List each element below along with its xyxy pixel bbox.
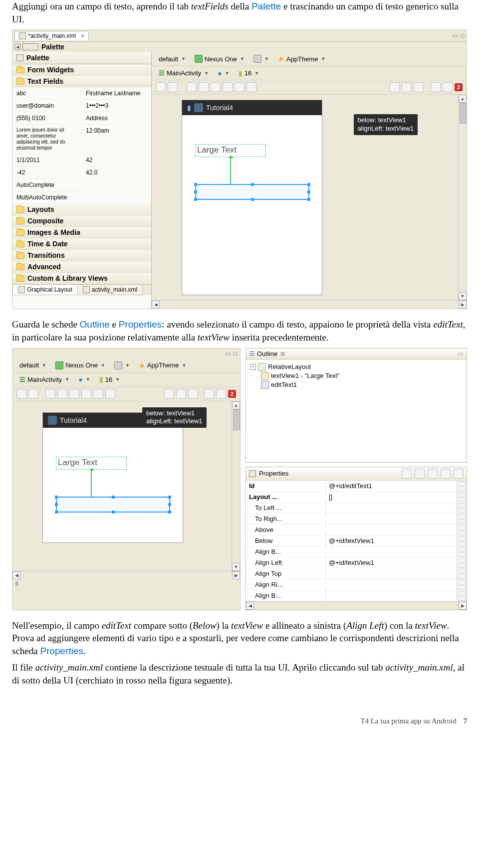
tf-multiline[interactable]: Lorem ipsum dolor sit amet, consectetur … xyxy=(12,125,82,154)
config-activity[interactable]: ☰MainActivity▼ xyxy=(156,68,212,78)
close-icon[interactable]: × xyxy=(81,32,84,39)
prop-edit-button[interactable]: ... xyxy=(457,503,466,513)
zoom-in-button[interactable] xyxy=(188,389,198,399)
scroll-thumb[interactable] xyxy=(460,103,467,124)
prop-value[interactable] xyxy=(326,503,457,514)
preview-area[interactable]: Tutorial4 Large Text below: textView1 al… xyxy=(12,401,240,571)
tf-name[interactable]: Firstname Lastname xyxy=(82,87,151,100)
tool-button[interactable] xyxy=(81,389,91,399)
resize-handle[interactable] xyxy=(168,511,171,514)
prop-edit-button[interactable]: ... xyxy=(457,514,466,524)
minimize-icon[interactable]: ▭ xyxy=(225,350,231,357)
scroll-left-icon[interactable]: ◀ xyxy=(152,301,160,309)
palette-cat-text-fields[interactable]: Text Fields xyxy=(12,76,151,87)
resize-handle[interactable] xyxy=(307,183,310,186)
prop-value[interactable] xyxy=(326,590,457,601)
resize-handle[interactable] xyxy=(55,496,58,499)
tf-autocomplete[interactable]: AutoComplete xyxy=(12,179,82,191)
collapse-button[interactable] xyxy=(454,469,464,479)
palette-cat-layouts[interactable]: Layouts xyxy=(12,204,151,215)
resize-handle[interactable] xyxy=(168,496,171,499)
config-api[interactable]: ▮16▼ xyxy=(96,375,123,384)
prop-value[interactable] xyxy=(326,568,457,579)
lint-badge[interactable]: 2 xyxy=(228,390,236,398)
prop-value[interactable] xyxy=(326,579,457,590)
tf-phone[interactable]: (555) 0100 xyxy=(12,112,82,125)
tool-button[interactable] xyxy=(28,389,38,399)
prop-edit-button[interactable]: ... xyxy=(457,536,466,546)
tool-button[interactable] xyxy=(93,389,103,399)
tree-root[interactable]: − RelativeLayout xyxy=(250,362,463,371)
tf-number[interactable]: 42 xyxy=(82,154,151,167)
resize-handle[interactable] xyxy=(251,198,254,201)
zoom-100-button[interactable] xyxy=(402,82,412,92)
phone-body[interactable]: Large Text xyxy=(43,428,183,542)
editor-tab[interactable]: *activity_main.xml × xyxy=(14,31,89,40)
scroll-right-icon[interactable]: ▶ xyxy=(459,301,467,309)
prop-edit-button[interactable]: ... xyxy=(457,481,466,491)
resize-handle[interactable] xyxy=(307,198,310,201)
scroll-up-icon[interactable]: ▲ xyxy=(232,401,240,409)
resize-handle[interactable] xyxy=(168,503,171,506)
horizontal-scrollbar[interactable]: ◀ ▶ xyxy=(12,571,240,579)
zoom-out-button[interactable] xyxy=(164,389,174,399)
toggle-size-button[interactable] xyxy=(156,82,166,92)
config-default[interactable]: default▼ xyxy=(156,54,189,64)
expand-button[interactable] xyxy=(441,469,451,479)
prop-edit-button[interactable]: ... xyxy=(457,591,466,601)
prop-value[interactable]: @+id/textView1 xyxy=(326,535,457,546)
scroll-right-icon[interactable]: ▶ xyxy=(459,602,467,610)
tf-decimal[interactable]: 42.0 xyxy=(82,167,151,179)
scroll-down-icon[interactable]: ▼ xyxy=(459,292,467,300)
prop-value[interactable]: @+id/editText1 xyxy=(326,481,457,492)
config-orientation[interactable]: ▼ xyxy=(111,360,133,370)
tool-button[interactable] xyxy=(69,389,79,399)
resize-handle[interactable] xyxy=(307,190,310,193)
prop-edit-button[interactable]: ... xyxy=(457,492,466,502)
prop-value[interactable] xyxy=(326,514,457,524)
config-device[interactable]: Nexus One▼ xyxy=(192,54,247,64)
palette-cat-images-media[interactable]: Images & Media xyxy=(12,227,151,238)
prop-value[interactable] xyxy=(326,524,457,535)
config-default[interactable]: default▼ xyxy=(16,360,49,370)
config-locale[interactable]: ●▼ xyxy=(75,375,93,384)
tree-edittext1[interactable]: editText1 xyxy=(250,380,463,389)
align-button[interactable] xyxy=(168,82,178,92)
prop-value[interactable]: [] xyxy=(326,492,457,503)
vertical-scrollbar[interactable]: ▲ ▼ xyxy=(458,95,467,300)
palette-cat-form-widgets[interactable]: Form Widgets xyxy=(12,64,151,76)
prop-value[interactable]: @+id/textView1 xyxy=(326,557,457,568)
prop-edit-button[interactable]: ... xyxy=(457,558,466,568)
resize-handle[interactable] xyxy=(112,511,115,514)
palette-cat-composite[interactable]: Composite xyxy=(12,215,151,227)
zoom-out-button[interactable] xyxy=(390,82,400,92)
tree-textview1[interactable]: textView1 - "Large Text" xyxy=(250,371,463,380)
tf-plain[interactable]: abc xyxy=(12,87,82,100)
prop-edit-button[interactable]: ... xyxy=(457,569,466,579)
config-theme[interactable]: ★AppTheme▼ xyxy=(275,54,329,64)
scroll-up-icon[interactable]: ▲ xyxy=(459,95,467,103)
preview-area[interactable]: ▮ Tutorial4 Large Text xyxy=(152,95,467,300)
tf-time[interactable]: 12:00am xyxy=(82,125,151,154)
tf-signed[interactable]: -42 xyxy=(12,167,82,179)
prop-edit-button[interactable]: ... xyxy=(457,547,466,557)
tool-button[interactable] xyxy=(199,82,209,92)
filter-button[interactable] xyxy=(402,469,412,479)
config-orientation[interactable]: ▼ xyxy=(250,54,272,64)
tool-button[interactable] xyxy=(246,82,256,92)
config-activity[interactable]: ☰MainActivity▼ xyxy=(16,375,72,384)
tf-multiauto[interactable]: MultiAutoComplete xyxy=(12,191,151,204)
tf-date[interactable]: 1/1/2011 xyxy=(12,154,82,167)
minimize-icon[interactable]: ▭ xyxy=(453,32,458,39)
palette-cat-transitions[interactable]: Transitions xyxy=(12,250,151,261)
minimize-icon[interactable]: ▭ xyxy=(458,350,464,357)
maximize-icon[interactable]: □ xyxy=(234,350,237,357)
sort-az-button[interactable] xyxy=(415,469,425,479)
config-theme[interactable]: ★AppTheme▼ xyxy=(136,360,190,370)
collapse-icon[interactable]: ◂ xyxy=(14,44,20,50)
zoom-in-button[interactable] xyxy=(414,82,424,92)
collapse-icon[interactable]: − xyxy=(250,364,256,370)
phone-body[interactable]: Large Text below: textView1 alignLeft: t… xyxy=(182,115,322,295)
maximize-icon[interactable]: □ xyxy=(461,32,465,39)
tf-password-header[interactable]: 1•••2•••3 xyxy=(82,100,151,112)
